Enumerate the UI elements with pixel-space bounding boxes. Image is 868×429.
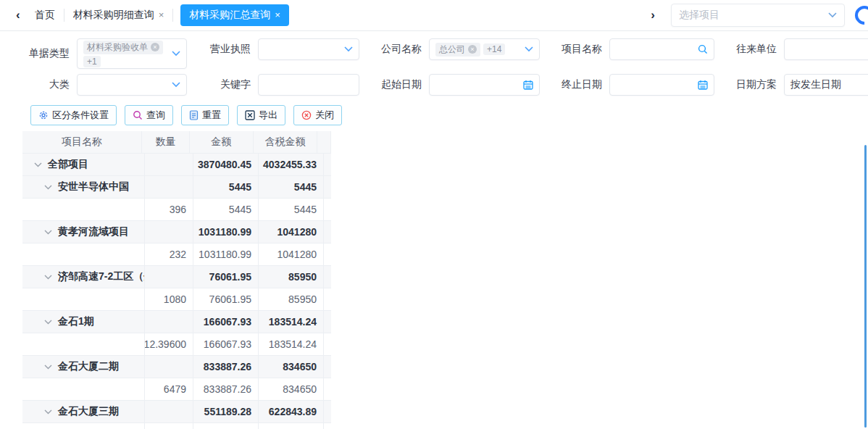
close-tab-icon[interactable]: × — [159, 9, 164, 20]
tax-amount-cell: 183514.24 — [259, 333, 324, 355]
chevron-down-icon[interactable] — [44, 185, 52, 190]
counterparty-input[interactable] — [784, 38, 868, 60]
button-label: 重置 — [202, 109, 221, 122]
document-icon — [189, 110, 199, 120]
doc-type-multiselect[interactable]: 材料采购验收单× +1 — [77, 38, 187, 69]
table-row[interactable]: 黄孝河流域项目 1031180.99 1041280 — [22, 221, 331, 243]
tab-bar: ‹ 首页 材料采购明细查询× 材料采购汇总查询× › 选择项目 — [0, 0, 868, 31]
amount-cell: 166067.93 — [193, 311, 259, 333]
condition-settings-button[interactable]: 区分条件设置 — [30, 105, 117, 125]
field-label: 起始日期 — [378, 78, 422, 91]
export-button[interactable]: 导出 — [237, 105, 285, 125]
table-row[interactable]: 安世半导体中国 5445 5445 — [22, 176, 331, 199]
company-multiselect[interactable]: 总公司× +14 — [429, 38, 540, 60]
project-name-input[interactable] — [609, 38, 714, 60]
tax-amount-cell: 5445 — [259, 176, 324, 198]
end-date-input[interactable] — [609, 74, 714, 96]
toolbar: 区分条件设置 查询 重置 导出 关闭 — [0, 102, 868, 131]
column-header-quantity[interactable]: 数量 — [142, 131, 190, 153]
tab-label: 材料采购明细查询 — [73, 9, 154, 20]
project-select[interactable]: 选择项目 — [671, 4, 845, 27]
table-row[interactable]: 6479 833887.26 834650 — [22, 378, 331, 401]
field-label: 营业执照 — [206, 43, 251, 56]
tax-amount-cell: 183514.24 — [259, 311, 324, 333]
button-label: 区分条件设置 — [52, 109, 109, 122]
category-select[interactable] — [77, 74, 187, 96]
tab-label: 材料采购汇总查询 — [189, 9, 270, 20]
button-label: 查询 — [146, 109, 165, 122]
chevron-down-icon[interactable] — [44, 275, 52, 280]
table-row[interactable]: 232 1031180.99 1041280 — [22, 243, 331, 266]
chevron-down-icon[interactable] — [34, 162, 42, 167]
tab-material-purchase-summary[interactable]: 材料采购汇总查询× — [180, 4, 289, 26]
chevron-down-icon[interactable] — [44, 409, 52, 415]
filter-row-1: 单据类型 材料采购验收单× +1 营业执照 公司名称 总公司× +14 — [22, 38, 861, 69]
close-button[interactable]: 关闭 — [293, 105, 342, 125]
column-header-amount[interactable]: 金额 — [190, 131, 254, 153]
calendar-icon[interactable] — [698, 80, 708, 90]
field-label: 单据类型 — [22, 47, 70, 60]
business-license-select[interactable] — [258, 38, 359, 60]
chevron-down-icon[interactable] — [44, 230, 52, 235]
field-label: 往来单位 — [733, 43, 777, 56]
search-icon[interactable] — [698, 44, 708, 54]
project-name-cell: 金石1期 — [58, 315, 94, 328]
vertical-scrollbar[interactable] — [864, 145, 867, 428]
tax-amount-cell: 85950 — [259, 288, 324, 310]
tax-amount-cell: 834650 — [259, 378, 324, 400]
table-row[interactable]: 金石大厦三期 551189.28 622843.89 — [22, 401, 331, 423]
summary-table: 项目名称 数量 金额 含税金额 全部项目 3870480.45 4032455.… — [22, 131, 331, 429]
start-date-input[interactable] — [429, 74, 540, 96]
chevron-down-icon[interactable] — [44, 365, 52, 370]
field-start-date: 起始日期 — [378, 74, 540, 96]
amount-cell: 5445 — [193, 199, 259, 220]
project-name-cell: 安世半导体中国 — [58, 180, 129, 193]
table-header-row: 项目名称 数量 金额 含税金额 — [22, 131, 331, 154]
select-value: 按发生日期 — [790, 78, 841, 91]
quantity-cell: 232 — [145, 243, 193, 265]
amount-cell: 1031180.99 — [193, 243, 259, 265]
table-body: 全部项目 3870480.45 4032455.33 安世半导体中国 5445 … — [22, 154, 331, 429]
amount-cell: 833887.26 — [193, 356, 259, 378]
tabs-scroll-left-icon[interactable]: ‹ — [10, 8, 26, 22]
column-header-project-name[interactable]: 项目名称 — [22, 131, 142, 153]
date-scheme-select[interactable]: 按发生日期 — [784, 74, 868, 96]
field-doc-type: 单据类型 材料采购验收单× +1 — [22, 38, 187, 69]
remove-tag-icon[interactable]: × — [468, 45, 477, 54]
quantity-cell: 396 — [145, 199, 193, 220]
quantity-cell: 6479 — [145, 378, 193, 400]
quantity-cell — [145, 221, 193, 243]
amount-cell: 5445 — [193, 176, 259, 198]
amount-cell: 3870480.45 — [193, 154, 259, 175]
filter-row-2: 大类 关键字 起始日期 终止日期 — [22, 74, 861, 96]
table-row[interactable]: 金石1期 166067.93 183514.24 — [22, 311, 331, 333]
query-button[interactable]: 查询 — [125, 105, 173, 125]
table-row[interactable]: 812.39600 166067.93 183514.24 — [22, 333, 331, 356]
table-row[interactable]: 126.48374 551189.28 622843.89 — [22, 423, 331, 429]
chevron-down-icon[interactable] — [44, 320, 52, 325]
tabs-scroll-right-icon[interactable]: › — [645, 8, 661, 22]
amount-cell: 166067.93 — [193, 333, 259, 355]
quantity-cell — [145, 356, 193, 378]
refresh-icon[interactable] — [851, 2, 868, 29]
keyword-input[interactable] — [258, 74, 359, 96]
tab-home[interactable]: 首页 — [26, 4, 64, 26]
table-row[interactable]: 金石大厦二期 833887.26 834650 — [22, 356, 331, 378]
table-row[interactable]: 1080 76061.95 85950 — [22, 288, 331, 311]
amount-cell: 76061.95 — [193, 288, 259, 310]
selected-tag: 总公司× — [435, 43, 480, 57]
table-row[interactable]: 396 5445 5445 — [22, 199, 331, 221]
amount-cell: 551189.28 — [193, 401, 259, 422]
tab-material-purchase-detail[interactable]: 材料采购明细查询× — [64, 4, 173, 26]
close-tab-icon[interactable]: × — [275, 9, 280, 20]
project-select-placeholder: 选择项目 — [679, 9, 828, 22]
remove-tag-icon[interactable]: × — [151, 43, 159, 51]
gear-icon — [38, 110, 49, 120]
reset-button[interactable]: 重置 — [181, 105, 229, 125]
project-name-cell: 济邹高速7-2工区（金 — [58, 270, 145, 283]
column-header-tax-amount[interactable]: 含税金额 — [254, 131, 317, 153]
button-label: 导出 — [259, 109, 277, 122]
table-row[interactable]: 济邹高速7-2工区（金 76061.95 85950 — [22, 266, 331, 288]
calendar-icon[interactable] — [523, 80, 533, 90]
table-row[interactable]: 全部项目 3870480.45 4032455.33 — [22, 154, 331, 176]
